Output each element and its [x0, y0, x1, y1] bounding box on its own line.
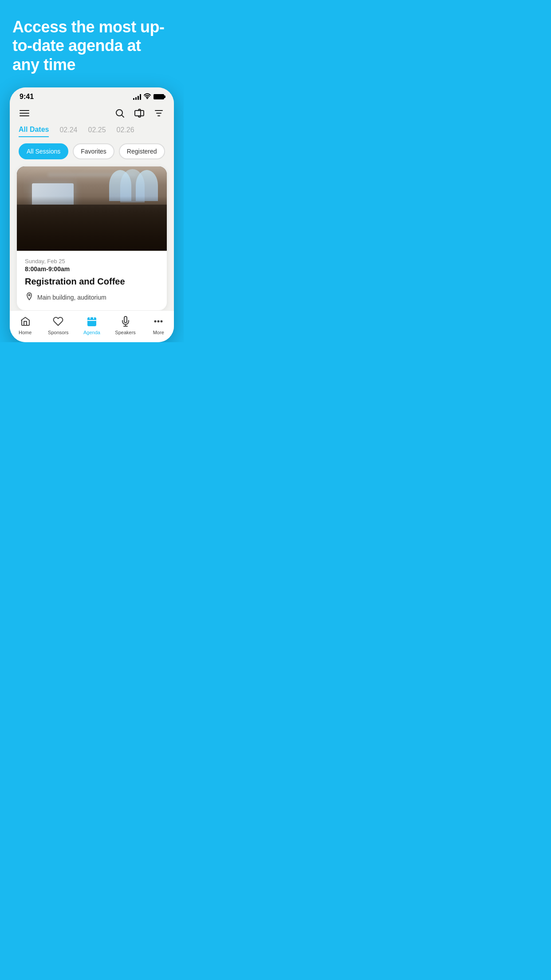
- session-info: Sunday, Feb 25 8:00am-9:00am Registratio…: [17, 251, 167, 310]
- nav-home[interactable]: Home: [12, 314, 39, 337]
- battery-icon: [153, 94, 164, 99]
- chip-all-sessions[interactable]: All Sessions: [19, 143, 68, 159]
- svg-point-0: [147, 99, 148, 99]
- status-icons: [133, 93, 164, 100]
- phone-mockup: 9:41: [10, 87, 174, 342]
- chip-favorites[interactable]: Favorites: [73, 143, 114, 159]
- hero-section: Access the most up-to-date agenda at any…: [0, 0, 184, 87]
- svg-rect-9: [88, 318, 96, 326]
- svg-point-8: [28, 294, 30, 296]
- svg-rect-3: [135, 111, 144, 116]
- menu-button[interactable]: [19, 109, 30, 117]
- session-filters: All Sessions Favorites Registered: [10, 139, 174, 165]
- tab-all-dates[interactable]: All Dates: [19, 126, 49, 137]
- hero-title: Access the most up-to-date agenda at any…: [12, 18, 171, 74]
- tab-date-0226[interactable]: 02.26: [117, 126, 134, 137]
- session-card-area: Sunday, Feb 25 8:00am-9:00am Registratio…: [10, 165, 174, 310]
- status-time: 9:41: [20, 93, 34, 101]
- nav-sponsors[interactable]: Sponsors: [43, 314, 74, 337]
- session-title: Registration and Coffee: [25, 276, 159, 287]
- nav-sponsors-label: Sponsors: [48, 330, 68, 335]
- location-pin-icon: [25, 292, 34, 302]
- session-time: 8:00am-9:00am: [25, 265, 159, 273]
- app-header: [10, 103, 174, 124]
- session-card[interactable]: Sunday, Feb 25 8:00am-9:00am Registratio…: [17, 166, 167, 310]
- nav-more-label: More: [153, 330, 164, 335]
- session-date: Sunday, Feb 25: [25, 258, 159, 265]
- chip-registered[interactable]: Registered: [119, 143, 165, 159]
- svg-point-16: [158, 321, 159, 322]
- header-right-icons: [114, 107, 165, 119]
- nav-speakers[interactable]: Speakers: [110, 314, 141, 337]
- svg-point-17: [161, 321, 162, 322]
- date-tabs: All Dates 02.24 02.25 02.26: [10, 124, 174, 139]
- session-location: Main building, auditorium: [25, 292, 159, 302]
- svg-point-15: [155, 321, 156, 322]
- wifi-icon: [144, 93, 151, 100]
- svg-point-1: [116, 110, 122, 116]
- session-image: [17, 166, 167, 251]
- status-bar: 9:41: [10, 87, 174, 103]
- sponsors-icon: [53, 316, 63, 328]
- nav-agenda-label: Agenda: [83, 330, 100, 335]
- tab-date-0224[interactable]: 02.24: [59, 126, 77, 137]
- ticket-button[interactable]: [133, 107, 146, 119]
- nav-agenda[interactable]: Agenda: [78, 314, 106, 337]
- hamburger-icon: [20, 110, 29, 116]
- agenda-icon: [87, 316, 97, 328]
- home-icon: [20, 316, 31, 328]
- nav-home-label: Home: [19, 330, 31, 335]
- bottom-nav: Home Sponsors Agenda Speake: [10, 310, 174, 342]
- signal-bars-icon: [133, 94, 141, 100]
- more-icon: [153, 316, 164, 328]
- nav-more[interactable]: More: [145, 314, 172, 337]
- filter-button[interactable]: [153, 107, 165, 119]
- speakers-icon: [120, 316, 131, 328]
- session-location-text: Main building, auditorium: [37, 294, 106, 301]
- tab-date-0225[interactable]: 02.25: [88, 126, 106, 137]
- svg-line-2: [122, 115, 124, 117]
- nav-speakers-label: Speakers: [115, 330, 135, 335]
- search-button[interactable]: [114, 107, 126, 119]
